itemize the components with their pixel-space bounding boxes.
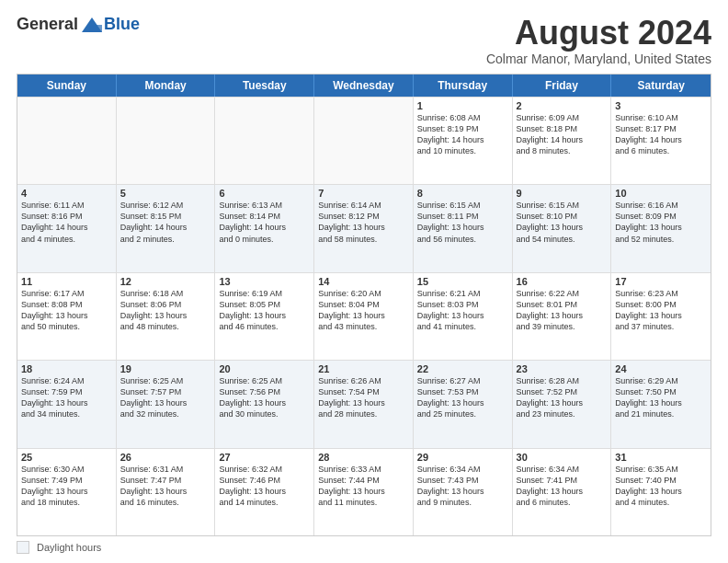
calendar-row-3: 18Sunrise: 6:24 AMSunset: 7:59 PMDayligh… — [17, 360, 711, 447]
day-info: Sunrise: 6:19 AMSunset: 8:05 PMDaylight:… — [219, 288, 310, 333]
day-info: Sunrise: 6:23 AMSunset: 8:00 PMDaylight:… — [615, 288, 707, 333]
day-number: 30 — [517, 452, 608, 463]
day-number: 12 — [120, 276, 211, 287]
day-cell-25: 25Sunrise: 6:30 AMSunset: 7:49 PMDayligh… — [17, 449, 117, 535]
day-number: 24 — [615, 363, 707, 374]
day-info: Sunrise: 6:24 AMSunset: 7:59 PMDaylight:… — [21, 375, 112, 420]
day-number: 26 — [120, 452, 211, 463]
day-info: Sunrise: 6:34 AMSunset: 7:43 PMDaylight:… — [417, 464, 508, 509]
day-info: Sunrise: 6:13 AMSunset: 8:14 PMDaylight:… — [219, 200, 310, 245]
day-info: Sunrise: 6:29 AMSunset: 7:50 PMDaylight:… — [615, 375, 707, 420]
calendar: SundayMondayTuesdayWednesdayThursdayFrid… — [17, 74, 711, 536]
day-cell-27: 27Sunrise: 6:32 AMSunset: 7:46 PMDayligh… — [215, 449, 314, 535]
day-number: 11 — [21, 276, 112, 287]
empty-cell — [215, 98, 314, 184]
day-cell-10: 10Sunrise: 6:16 AMSunset: 8:09 PMDayligh… — [611, 185, 711, 271]
day-info: Sunrise: 6:18 AMSunset: 8:06 PMDaylight:… — [120, 288, 211, 333]
day-number: 22 — [417, 363, 508, 374]
day-number: 5 — [120, 188, 211, 199]
day-cell-17: 17Sunrise: 6:23 AMSunset: 8:00 PMDayligh… — [611, 273, 711, 360]
title-area: August 2024 Colmar Manor, Maryland, Unit… — [486, 15, 711, 66]
day-number: 7 — [318, 188, 409, 199]
header-day-saturday: Saturday — [611, 75, 711, 97]
day-cell-13: 13Sunrise: 6:19 AMSunset: 8:05 PMDayligh… — [215, 273, 314, 360]
day-info: Sunrise: 6:34 AMSunset: 7:41 PMDaylight:… — [517, 464, 608, 509]
day-number: 17 — [615, 276, 707, 287]
calendar-row-1: 4Sunrise: 6:11 AMSunset: 8:16 PMDaylight… — [17, 184, 711, 271]
day-cell-28: 28Sunrise: 6:33 AMSunset: 7:44 PMDayligh… — [314, 449, 414, 535]
day-number: 8 — [417, 188, 508, 199]
day-cell-19: 19Sunrise: 6:25 AMSunset: 7:57 PMDayligh… — [117, 361, 216, 447]
day-cell-26: 26Sunrise: 6:31 AMSunset: 7:47 PMDayligh… — [117, 449, 216, 535]
day-number: 6 — [219, 188, 310, 199]
day-info: Sunrise: 6:20 AMSunset: 8:04 PMDaylight:… — [318, 288, 409, 333]
day-info: Sunrise: 6:26 AMSunset: 7:54 PMDaylight:… — [318, 375, 409, 420]
day-cell-2: 2Sunrise: 6:09 AMSunset: 8:18 PMDaylight… — [513, 98, 612, 184]
legend-box — [17, 541, 29, 554]
day-info: Sunrise: 6:10 AMSunset: 8:17 PMDaylight:… — [615, 112, 707, 157]
calendar-body: 1Sunrise: 6:08 AMSunset: 8:19 PMDaylight… — [17, 97, 711, 535]
day-info: Sunrise: 6:15 AMSunset: 8:11 PMDaylight:… — [417, 200, 508, 245]
day-cell-6: 6Sunrise: 6:13 AMSunset: 8:14 PMDaylight… — [215, 185, 314, 271]
day-cell-14: 14Sunrise: 6:20 AMSunset: 8:04 PMDayligh… — [314, 273, 414, 360]
header-day-tuesday: Tuesday — [215, 75, 314, 97]
day-info: Sunrise: 6:31 AMSunset: 7:47 PMDaylight:… — [120, 464, 211, 509]
day-number: 3 — [615, 100, 707, 111]
day-info: Sunrise: 6:12 AMSunset: 8:15 PMDaylight:… — [120, 200, 211, 245]
header-day-monday: Monday — [117, 75, 216, 97]
day-cell-23: 23Sunrise: 6:28 AMSunset: 7:52 PMDayligh… — [513, 361, 612, 447]
day-cell-22: 22Sunrise: 6:27 AMSunset: 7:53 PMDayligh… — [414, 361, 513, 447]
day-number: 1 — [417, 100, 508, 111]
day-cell-12: 12Sunrise: 6:18 AMSunset: 8:06 PMDayligh… — [117, 273, 216, 360]
day-cell-31: 31Sunrise: 6:35 AMSunset: 7:40 PMDayligh… — [611, 449, 711, 535]
calendar-header: SundayMondayTuesdayWednesdayThursdayFrid… — [17, 75, 711, 97]
subtitle: Colmar Manor, Maryland, United States — [486, 52, 711, 66]
day-number: 21 — [318, 363, 409, 374]
day-cell-9: 9Sunrise: 6:15 AMSunset: 8:10 PMDaylight… — [513, 185, 612, 271]
day-number: 14 — [318, 276, 409, 287]
logo-blue: Blue — [104, 15, 140, 34]
day-number: 9 — [517, 188, 608, 199]
day-number: 10 — [615, 188, 707, 199]
day-cell-29: 29Sunrise: 6:34 AMSunset: 7:43 PMDayligh… — [414, 449, 513, 535]
day-info: Sunrise: 6:25 AMSunset: 7:57 PMDaylight:… — [120, 375, 211, 420]
day-cell-3: 3Sunrise: 6:10 AMSunset: 8:17 PMDaylight… — [611, 98, 711, 184]
empty-cell — [117, 98, 216, 184]
logo-area: General Blue — [17, 15, 140, 34]
day-info: Sunrise: 6:30 AMSunset: 7:49 PMDaylight:… — [21, 464, 112, 509]
calendar-row-2: 11Sunrise: 6:17 AMSunset: 8:08 PMDayligh… — [17, 272, 711, 360]
day-number: 20 — [219, 363, 310, 374]
day-number: 2 — [517, 100, 608, 111]
day-cell-11: 11Sunrise: 6:17 AMSunset: 8:08 PMDayligh… — [17, 273, 117, 360]
day-info: Sunrise: 6:25 AMSunset: 7:56 PMDaylight:… — [219, 375, 310, 420]
day-number: 28 — [318, 452, 409, 463]
day-cell-30: 30Sunrise: 6:34 AMSunset: 7:41 PMDayligh… — [513, 449, 612, 535]
empty-cell — [17, 98, 117, 184]
calendar-row-4: 25Sunrise: 6:30 AMSunset: 7:49 PMDayligh… — [17, 448, 711, 535]
day-number: 31 — [615, 452, 707, 463]
day-info: Sunrise: 6:28 AMSunset: 7:52 PMDaylight:… — [517, 375, 608, 420]
day-info: Sunrise: 6:08 AMSunset: 8:19 PMDaylight:… — [417, 112, 508, 157]
day-number: 18 — [21, 363, 112, 374]
day-info: Sunrise: 6:27 AMSunset: 7:53 PMDaylight:… — [417, 375, 508, 420]
day-number: 25 — [21, 452, 112, 463]
header-day-friday: Friday — [513, 75, 612, 97]
day-number: 15 — [417, 276, 508, 287]
day-number: 27 — [219, 452, 310, 463]
day-info: Sunrise: 6:11 AMSunset: 8:16 PMDaylight:… — [21, 200, 112, 245]
page: General Blue August 2024 Colmar Manor, M… — [0, 0, 728, 563]
header: General Blue August 2024 Colmar Manor, M… — [17, 15, 711, 66]
day-number: 13 — [219, 276, 310, 287]
calendar-row-0: 1Sunrise: 6:08 AMSunset: 8:19 PMDaylight… — [17, 97, 711, 184]
day-cell-20: 20Sunrise: 6:25 AMSunset: 7:56 PMDayligh… — [215, 361, 314, 447]
day-number: 19 — [120, 363, 211, 374]
legend-label: Daylight hours — [37, 542, 101, 553]
logo-icon — [82, 17, 102, 32]
day-cell-18: 18Sunrise: 6:24 AMSunset: 7:59 PMDayligh… — [17, 361, 117, 447]
day-info: Sunrise: 6:22 AMSunset: 8:01 PMDaylight:… — [517, 288, 608, 333]
day-cell-21: 21Sunrise: 6:26 AMSunset: 7:54 PMDayligh… — [314, 361, 414, 447]
day-info: Sunrise: 6:15 AMSunset: 8:10 PMDaylight:… — [517, 200, 608, 245]
day-number: 29 — [417, 452, 508, 463]
day-cell-8: 8Sunrise: 6:15 AMSunset: 8:11 PMDaylight… — [414, 185, 513, 271]
header-day-wednesday: Wednesday — [314, 75, 414, 97]
